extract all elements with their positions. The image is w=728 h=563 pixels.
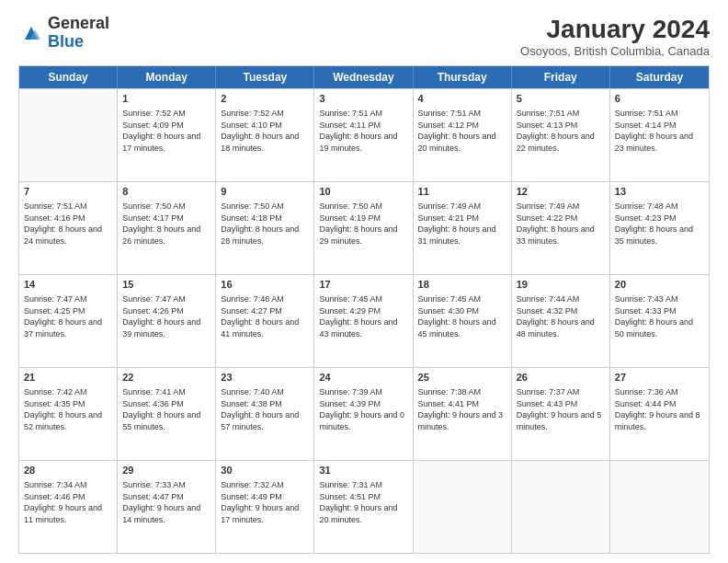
day-info: Sunrise: 7:48 AMSunset: 4:23 PMDaylight:… — [615, 201, 693, 246]
header: General Blue January 2024 Osoyoos, Briti… — [18, 15, 710, 58]
day-info: Sunrise: 7:45 AMSunset: 4:30 PMDaylight:… — [418, 294, 496, 339]
calendar-cell: 19Sunrise: 7:44 AMSunset: 4:32 PMDayligh… — [512, 275, 610, 367]
calendar-row: 7Sunrise: 7:51 AMSunset: 4:16 PMDaylight… — [19, 181, 709, 274]
calendar-cell: 18Sunrise: 7:45 AMSunset: 4:30 PMDayligh… — [414, 275, 512, 367]
calendar-cell: 31Sunrise: 7:31 AMSunset: 4:51 PMDayligh… — [314, 461, 413, 553]
calendar-cell: 16Sunrise: 7:46 AMSunset: 4:27 PMDayligh… — [216, 275, 314, 367]
day-info: Sunrise: 7:42 AMSunset: 4:35 PMDaylight:… — [24, 387, 102, 431]
calendar-cell — [610, 461, 709, 553]
calendar-cell — [512, 461, 610, 553]
calendar-cell: 23Sunrise: 7:40 AMSunset: 4:38 PMDayligh… — [216, 368, 314, 460]
calendar-cell: 28Sunrise: 7:34 AMSunset: 4:46 PMDayligh… — [19, 461, 118, 553]
logo-general: General — [48, 14, 109, 32]
calendar-cell: 29Sunrise: 7:33 AMSunset: 4:47 PMDayligh… — [118, 461, 216, 553]
day-number: 8 — [122, 185, 210, 199]
calendar-cell: 4Sunrise: 7:51 AMSunset: 4:12 PMDaylight… — [414, 89, 512, 181]
day-number: 26 — [517, 371, 605, 385]
calendar-cell: 15Sunrise: 7:47 AMSunset: 4:26 PMDayligh… — [118, 275, 216, 367]
day-info: Sunrise: 7:36 AMSunset: 4:44 PMDaylight:… — [615, 387, 700, 431]
logo-icon — [18, 20, 44, 46]
day-number: 21 — [24, 371, 112, 385]
calendar-cell: 17Sunrise: 7:45 AMSunset: 4:29 PMDayligh… — [314, 275, 413, 367]
calendar-cell: 22Sunrise: 7:41 AMSunset: 4:36 PMDayligh… — [118, 368, 216, 460]
day-info: Sunrise: 7:51 AMSunset: 4:11 PMDaylight:… — [319, 109, 397, 153]
calendar-cell: 10Sunrise: 7:50 AMSunset: 4:19 PMDayligh… — [314, 182, 413, 274]
month-title: January 2024 — [520, 15, 710, 44]
calendar-cell: 3Sunrise: 7:51 AMSunset: 4:11 PMDaylight… — [314, 89, 413, 181]
calendar-cell: 13Sunrise: 7:48 AMSunset: 4:23 PMDayligh… — [610, 182, 709, 274]
day-info: Sunrise: 7:51 AMSunset: 4:14 PMDaylight:… — [615, 109, 693, 153]
day-number: 9 — [221, 185, 309, 199]
header-sunday: Sunday — [19, 66, 118, 88]
day-info: Sunrise: 7:52 AMSunset: 4:09 PMDaylight:… — [122, 109, 200, 153]
calendar-row: 28Sunrise: 7:34 AMSunset: 4:46 PMDayligh… — [19, 460, 709, 553]
day-number: 5 — [517, 92, 605, 106]
day-info: Sunrise: 7:43 AMSunset: 4:33 PMDaylight:… — [615, 294, 693, 339]
calendar-cell: 1Sunrise: 7:52 AMSunset: 4:09 PMDaylight… — [118, 89, 216, 181]
calendar-cell: 12Sunrise: 7:49 AMSunset: 4:22 PMDayligh… — [512, 182, 610, 274]
calendar-cell: 9Sunrise: 7:50 AMSunset: 4:18 PMDaylight… — [216, 182, 314, 274]
day-number: 27 — [615, 371, 704, 385]
day-number: 31 — [319, 464, 407, 477]
day-number: 16 — [221, 278, 309, 292]
day-number: 2 — [221, 92, 309, 106]
day-number: 14 — [24, 278, 112, 292]
calendar-cell: 14Sunrise: 7:47 AMSunset: 4:25 PMDayligh… — [19, 275, 118, 367]
day-number: 17 — [319, 278, 407, 292]
calendar-cell: 21Sunrise: 7:42 AMSunset: 4:35 PMDayligh… — [19, 368, 118, 460]
calendar-cell: 6Sunrise: 7:51 AMSunset: 4:14 PMDaylight… — [610, 89, 709, 181]
day-info: Sunrise: 7:49 AMSunset: 4:21 PMDaylight:… — [418, 201, 496, 246]
calendar-cell: 8Sunrise: 7:50 AMSunset: 4:17 PMDaylight… — [118, 182, 216, 274]
day-info: Sunrise: 7:49 AMSunset: 4:22 PMDaylight:… — [517, 201, 595, 246]
day-number: 18 — [418, 278, 506, 292]
day-number: 4 — [418, 92, 506, 106]
header-tuesday: Tuesday — [216, 66, 314, 88]
title-block: January 2024 Osoyoos, British Columbia, … — [520, 15, 710, 58]
calendar-cell: 24Sunrise: 7:39 AMSunset: 4:39 PMDayligh… — [314, 368, 413, 460]
calendar-cell — [414, 461, 512, 553]
logo-text: General Blue — [48, 15, 109, 52]
calendar-header: Sunday Monday Tuesday Wednesday Thursday… — [19, 66, 709, 88]
day-number: 20 — [615, 278, 704, 292]
calendar-body: 1Sunrise: 7:52 AMSunset: 4:09 PMDaylight… — [19, 88, 709, 553]
day-info: Sunrise: 7:44 AMSunset: 4:32 PMDaylight:… — [517, 294, 595, 339]
header-thursday: Thursday — [414, 66, 512, 88]
day-info: Sunrise: 7:51 AMSunset: 4:13 PMDaylight:… — [517, 109, 595, 153]
day-info: Sunrise: 7:32 AMSunset: 4:49 PMDaylight:… — [221, 480, 299, 524]
day-info: Sunrise: 7:31 AMSunset: 4:51 PMDaylight:… — [319, 480, 397, 524]
calendar-row: 1Sunrise: 7:52 AMSunset: 4:09 PMDaylight… — [19, 88, 709, 181]
logo: General Blue — [18, 15, 109, 52]
day-number: 3 — [319, 92, 407, 106]
day-info: Sunrise: 7:39 AMSunset: 4:39 PMDaylight:… — [319, 387, 404, 431]
calendar-cell: 11Sunrise: 7:49 AMSunset: 4:21 PMDayligh… — [414, 182, 512, 274]
location-subtitle: Osoyoos, British Columbia, Canada — [520, 44, 710, 58]
day-number: 29 — [122, 464, 210, 477]
calendar-cell: 25Sunrise: 7:38 AMSunset: 4:41 PMDayligh… — [414, 368, 512, 460]
header-monday: Monday — [118, 66, 216, 88]
day-number: 1 — [122, 92, 210, 106]
day-number: 15 — [122, 278, 210, 292]
day-number: 25 — [418, 371, 506, 385]
day-number: 22 — [122, 371, 210, 385]
calendar-cell: 7Sunrise: 7:51 AMSunset: 4:16 PMDaylight… — [19, 182, 118, 274]
day-info: Sunrise: 7:50 AMSunset: 4:18 PMDaylight:… — [221, 201, 299, 246]
day-info: Sunrise: 7:51 AMSunset: 4:12 PMDaylight:… — [418, 109, 496, 153]
day-info: Sunrise: 7:34 AMSunset: 4:46 PMDaylight:… — [24, 480, 102, 524]
calendar-cell: 20Sunrise: 7:43 AMSunset: 4:33 PMDayligh… — [610, 275, 709, 367]
day-info: Sunrise: 7:50 AMSunset: 4:19 PMDaylight:… — [319, 201, 397, 246]
day-info: Sunrise: 7:45 AMSunset: 4:29 PMDaylight:… — [319, 294, 397, 339]
calendar-cell: 26Sunrise: 7:37 AMSunset: 4:43 PMDayligh… — [512, 368, 610, 460]
day-number: 13 — [615, 185, 704, 199]
day-info: Sunrise: 7:41 AMSunset: 4:36 PMDaylight:… — [122, 387, 200, 431]
day-number: 28 — [24, 464, 112, 477]
day-number: 11 — [418, 185, 506, 199]
logo-blue: Blue — [48, 32, 84, 51]
day-number: 24 — [319, 371, 407, 385]
header-friday: Friday — [512, 66, 610, 88]
day-number: 30 — [221, 464, 309, 477]
calendar-row: 21Sunrise: 7:42 AMSunset: 4:35 PMDayligh… — [19, 367, 709, 460]
day-info: Sunrise: 7:51 AMSunset: 4:16 PMDaylight:… — [24, 201, 102, 246]
day-info: Sunrise: 7:46 AMSunset: 4:27 PMDaylight:… — [221, 294, 299, 339]
calendar-cell: 5Sunrise: 7:51 AMSunset: 4:13 PMDaylight… — [512, 89, 610, 181]
day-info: Sunrise: 7:38 AMSunset: 4:41 PMDaylight:… — [418, 387, 504, 431]
